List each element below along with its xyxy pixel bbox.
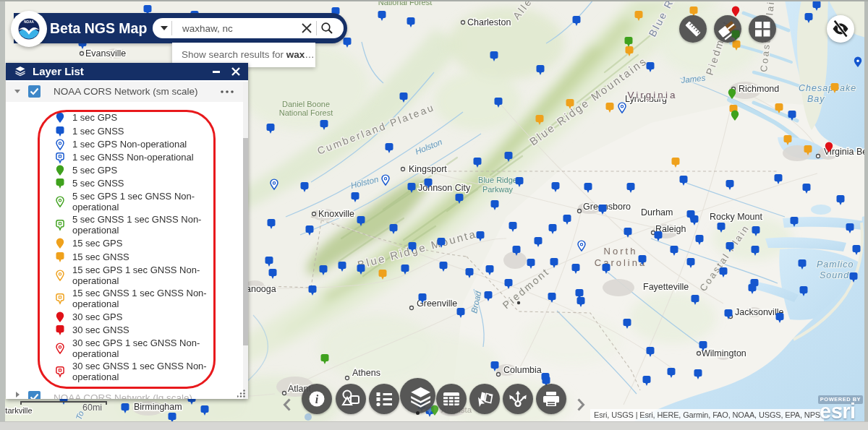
svg-text:Chesapeake: Chesapeake [799,83,856,93]
svg-text:Sound: Sound [820,270,849,280]
svg-text:NOAA: NOAA [24,20,34,24]
svg-text:i: i [315,393,319,405]
svg-text:North: North [604,246,638,257]
svg-text:Kingsport: Kingsport [409,164,447,174]
svg-text:Virginia: Virginia [628,90,678,100]
svg-text:Knoxville: Knoxville [318,209,354,219]
svg-text:Athens: Athens [352,368,380,378]
svg-text:Blue Ridge: Blue Ridge [478,176,517,184]
svg-text:Charleston: Charleston [467,17,511,27]
svg-text:Wilmington: Wilmington [702,348,746,358]
svg-text:Birmingham: Birmingham [134,402,182,412]
svg-text:Richmond: Richmond [739,84,779,94]
svg-text:Bay: Bay [807,94,825,104]
svg-text:Durham: Durham [641,207,673,218]
svg-text:Parkway: Parkway [482,185,514,194]
svg-text:Evansville: Evansville [85,48,126,59]
svg-text:Greensboro: Greensboro [583,202,631,212]
svg-text:anooga: anooga [246,284,276,294]
svg-text:Rocky Mount: Rocky Mount [710,212,762,222]
svg-text:National Forest: National Forest [279,108,333,117]
svg-text:Columbia: Columbia [503,365,542,375]
svg-text:Pamlico: Pamlico [817,259,854,270]
svg-text:Daniel Boone: Daniel Boone [282,100,330,108]
svg-text:Fayetteville: Fayetteville [643,282,689,292]
